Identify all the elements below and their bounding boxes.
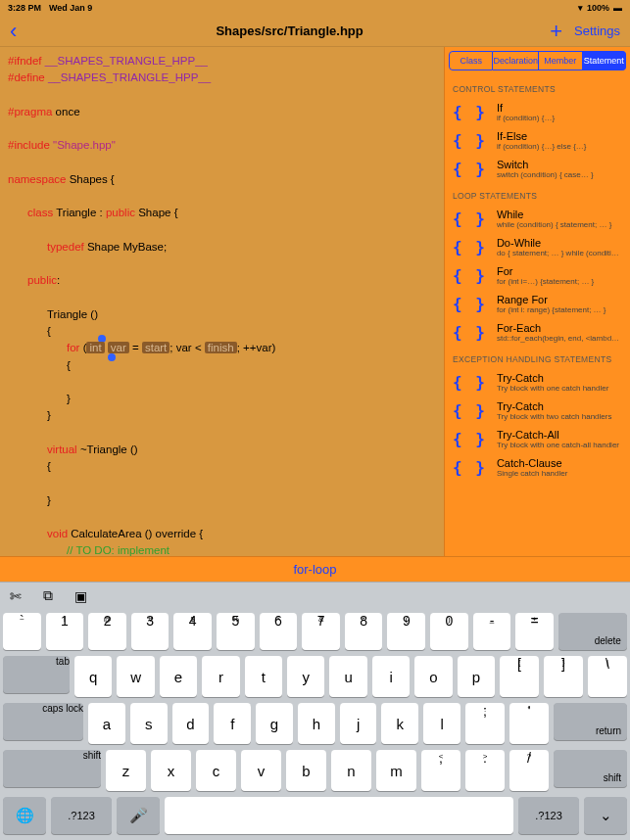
key-k[interactable]: k bbox=[381, 703, 418, 744]
braces-icon: { } bbox=[453, 266, 487, 285]
key-8[interactable]: *8 bbox=[345, 613, 383, 650]
key-r[interactable]: r bbox=[202, 656, 239, 697]
key-a[interactable]: a bbox=[88, 703, 125, 744]
snippet-try-catch-2[interactable]: { }Try-CatchTry block with two catch han… bbox=[445, 397, 630, 425]
key-e[interactable]: e bbox=[160, 656, 197, 697]
key-4[interactable]: $4 bbox=[173, 613, 212, 650]
back-button[interactable]: ‹ bbox=[10, 19, 29, 44]
key-j[interactable]: j bbox=[340, 703, 377, 744]
key-2[interactable]: @2 bbox=[88, 613, 126, 650]
status-bar: 3:28 PM Wed Jan 9 ▾ 100% ▬ bbox=[0, 0, 630, 16]
snippet-try-catch[interactable]: { }Try-CatchTry block with one catch han… bbox=[445, 368, 630, 397]
key-=[interactable]: += bbox=[515, 613, 554, 650]
mode-key-right[interactable]: .?123 bbox=[518, 797, 579, 834]
key-b[interactable]: b bbox=[286, 750, 326, 791]
key-u[interactable]: u bbox=[329, 656, 366, 697]
key-c[interactable]: c bbox=[196, 750, 236, 791]
key-l[interactable]: l bbox=[423, 703, 460, 744]
key-5[interactable]: %5 bbox=[217, 613, 255, 650]
add-button[interactable]: + bbox=[550, 19, 562, 44]
battery-icon: ▬ bbox=[613, 3, 622, 13]
globe-key[interactable]: 🌐 bbox=[3, 797, 46, 834]
braces-icon: { } bbox=[453, 401, 487, 420]
key-g[interactable]: g bbox=[256, 703, 293, 744]
key--[interactable]: _- bbox=[473, 613, 511, 650]
key-o[interactable]: o bbox=[414, 656, 452, 697]
key-6[interactable]: ^6 bbox=[260, 613, 298, 650]
shift-key-right[interactable]: shift bbox=[554, 750, 627, 787]
copy-icon[interactable]: ⧉ bbox=[43, 587, 53, 604]
key-w[interactable]: w bbox=[117, 656, 154, 697]
segment-statement[interactable]: Statement bbox=[583, 51, 626, 70]
braces-icon: { } bbox=[453, 103, 487, 121]
key-x[interactable]: x bbox=[151, 750, 191, 791]
key-y[interactable]: y bbox=[287, 656, 324, 697]
snippet-if[interactable]: { }Ifif (condition) {…} bbox=[445, 98, 630, 126]
cut-icon[interactable]: ✄ bbox=[10, 588, 22, 604]
braces-icon: { } bbox=[453, 295, 487, 313]
space-key[interactable] bbox=[165, 797, 513, 834]
key-`[interactable]: ~` bbox=[3, 613, 41, 650]
return-key[interactable]: return bbox=[554, 703, 627, 740]
segment-member[interactable]: Member bbox=[539, 51, 582, 70]
snippet-range-for[interactable]: { }Range Forfor (int i: range) {statemen… bbox=[445, 290, 630, 318]
delete-key[interactable]: delete bbox=[558, 613, 627, 650]
code-editor[interactable]: #ifndef __SHAPES_TRIANGLE_HPP__ #define … bbox=[0, 47, 444, 556]
dismiss-keyboard-key[interactable]: ⌄ bbox=[584, 797, 627, 834]
key-v[interactable]: v bbox=[241, 750, 281, 791]
snippet-try-catch-all[interactable]: { }Try-Catch-AllTry block with one catch… bbox=[445, 425, 630, 453]
tab-key[interactable]: tab bbox=[3, 656, 70, 693]
key-m[interactable]: m bbox=[376, 750, 416, 791]
key-f[interactable]: f bbox=[214, 703, 251, 744]
key-/[interactable]: ?/ bbox=[509, 750, 549, 791]
key-7[interactable]: &7 bbox=[302, 613, 340, 650]
snippet-if-else[interactable]: { }If-Elseif (condition) {…} else {…} bbox=[445, 126, 630, 155]
key-z[interactable]: z bbox=[106, 750, 146, 791]
key-\[interactable]: |\ bbox=[588, 656, 627, 697]
key-[[interactable]: {[ bbox=[500, 656, 539, 697]
snippet-while[interactable]: { }Whilewhile (condition) { statement; …… bbox=[445, 205, 630, 233]
suggestion-bar[interactable]: for-loop bbox=[0, 556, 630, 582]
key-3[interactable]: #3 bbox=[131, 613, 170, 650]
placeholder-var[interactable]: var bbox=[108, 342, 129, 353]
braces-icon: { } bbox=[453, 238, 487, 257]
snippet-for[interactable]: { }Forfor (int i=…) {statement; … } bbox=[445, 261, 630, 290]
file-title: Shapes/src/Triangle.hpp bbox=[29, 23, 550, 38]
status-time: 3:28 PM bbox=[8, 3, 41, 13]
key-][interactable]: }] bbox=[544, 656, 583, 697]
mode-key[interactable]: .?123 bbox=[51, 797, 112, 834]
shift-key[interactable]: shift bbox=[3, 750, 101, 787]
key-i[interactable]: i bbox=[372, 656, 410, 697]
paste-icon[interactable]: ▣ bbox=[74, 588, 87, 604]
braces-icon: { } bbox=[453, 323, 487, 342]
placeholder-type[interactable]: int bbox=[86, 342, 104, 353]
snippet-catch-clause[interactable]: { }Catch-ClauseSingle catch handler bbox=[445, 453, 630, 482]
key-h[interactable]: h bbox=[298, 703, 335, 744]
key-q[interactable]: q bbox=[74, 656, 112, 697]
segment-declaration[interactable]: Declaration bbox=[493, 51, 539, 70]
key-0[interactable]: )0 bbox=[430, 613, 468, 650]
settings-button[interactable]: Settings bbox=[574, 23, 620, 38]
key-,[interactable]: <, bbox=[421, 750, 460, 791]
key-p[interactable]: p bbox=[458, 656, 495, 697]
status-date: Wed Jan 9 bbox=[49, 3, 92, 13]
segment-control: Class Declaration Member Statement bbox=[449, 51, 626, 70]
placeholder-finish[interactable]: finish bbox=[205, 342, 237, 353]
key-9[interactable]: (9 bbox=[387, 613, 425, 650]
key-;[interactable]: :; bbox=[465, 703, 505, 744]
key-d[interactable]: d bbox=[172, 703, 210, 744]
key-s[interactable]: s bbox=[130, 703, 168, 744]
snippet-switch[interactable]: { }Switchswitch (condition) { case… } bbox=[445, 155, 630, 183]
snippet-for-each[interactable]: { }For-Eachstd::for_each(begin, end, <la… bbox=[445, 318, 630, 347]
caps-lock-key[interactable]: caps lock bbox=[3, 703, 83, 740]
key-'[interactable]: "' bbox=[509, 703, 549, 744]
placeholder-start[interactable]: start bbox=[142, 342, 170, 353]
segment-class[interactable]: Class bbox=[449, 51, 493, 70]
mic-key[interactable]: 🎤 bbox=[117, 797, 160, 834]
key-.[interactable]: >. bbox=[465, 750, 505, 791]
key-n[interactable]: n bbox=[331, 750, 371, 791]
snippet-do-while[interactable]: { }Do-Whiledo { statement; … } while (co… bbox=[445, 233, 630, 261]
wifi-icon: ▾ bbox=[578, 3, 583, 13]
key-t[interactable]: t bbox=[245, 656, 282, 697]
key-1[interactable]: !1 bbox=[46, 613, 84, 650]
